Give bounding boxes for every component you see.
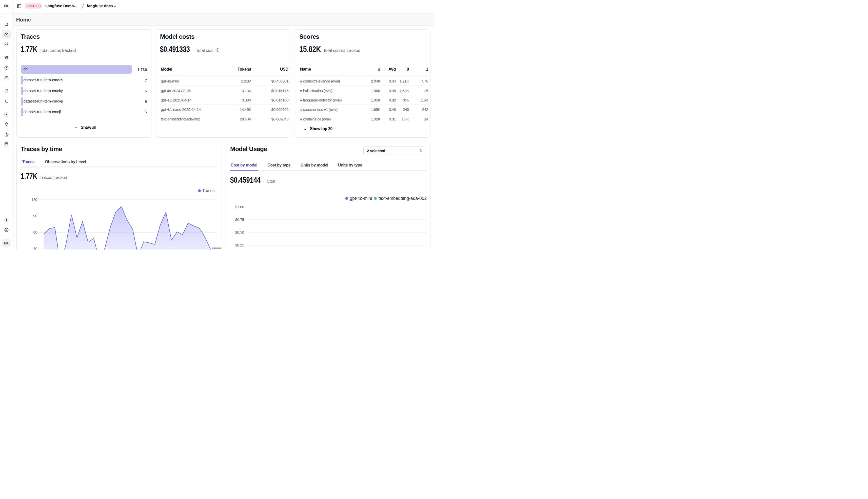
svg-text:$0.25: $0.25 (235, 243, 244, 247)
svg-text:60: 60 (33, 230, 37, 234)
svg-text:$0.75: $0.75 (235, 218, 244, 222)
svg-text:$0.50: $0.50 (235, 230, 244, 234)
svg-text:text-embedding-ada-002: text-embedding-ada-002 (379, 196, 427, 201)
svg-text:$1.00: $1.00 (235, 205, 244, 209)
svg-text:30: 30 (33, 247, 37, 250)
svg-text:gpt-4o-mini: gpt-4o-mini (350, 196, 372, 201)
svg-text:120: 120 (32, 198, 37, 202)
svg-text:90: 90 (33, 214, 37, 218)
svg-text:Traces: Traces (202, 188, 214, 193)
